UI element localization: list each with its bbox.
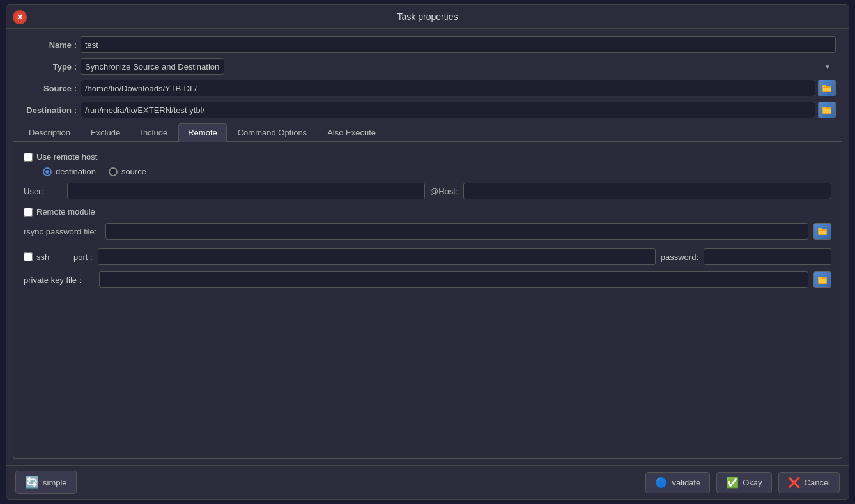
svg-rect-1 xyxy=(822,85,826,87)
svg-rect-10 xyxy=(818,277,822,279)
folder-icon-4 xyxy=(817,275,828,285)
footer-right: 🔵 validate ✅ Okay ❌ Cancel xyxy=(645,472,840,493)
validate-label: validate xyxy=(672,478,700,487)
user-label: User: xyxy=(24,187,62,196)
svg-rect-5 xyxy=(823,109,831,113)
destination-input-group xyxy=(81,102,836,118)
svg-rect-8 xyxy=(819,231,826,234)
close-button[interactable]: ✕ xyxy=(13,10,27,24)
use-remote-host-row[interactable]: Use remote host xyxy=(24,152,831,162)
source-radio[interactable] xyxy=(109,167,118,176)
host-at-label: @Host: xyxy=(430,187,458,196)
ssh-row: ssh port : password: xyxy=(24,248,831,265)
validate-icon: 🔵 xyxy=(655,477,668,489)
host-input[interactable] xyxy=(463,183,831,199)
type-select[interactable]: Synchronize Source and Destination xyxy=(81,58,224,75)
tab-command-options[interactable]: Command Options xyxy=(228,123,316,141)
simple-button[interactable]: 🔄 simple xyxy=(15,471,77,494)
svg-rect-2 xyxy=(823,88,831,91)
dialog-title: Task properties xyxy=(397,11,458,22)
footer-left: 🔄 simple xyxy=(15,471,77,494)
remote-module-checkbox-label[interactable]: Remote module xyxy=(24,207,95,217)
name-row: Name : xyxy=(19,36,836,53)
folder-icon-3 xyxy=(817,226,828,236)
destination-label: Destination : xyxy=(19,105,77,115)
cancel-button[interactable]: ❌ Cancel xyxy=(778,472,840,493)
tab-description[interactable]: Description xyxy=(19,123,80,141)
destination-browse-button[interactable] xyxy=(818,102,836,118)
destination-radio-text: destination xyxy=(56,167,96,176)
private-key-input[interactable] xyxy=(99,271,808,288)
footer: 🔄 simple 🔵 validate ✅ Okay ❌ Cancel xyxy=(6,465,849,499)
source-radio-label[interactable]: source xyxy=(109,167,146,176)
use-remote-host-checkbox[interactable] xyxy=(24,153,33,162)
use-remote-host-label: Use remote host xyxy=(36,152,97,162)
remote-module-row: Remote module xyxy=(24,207,831,217)
rsync-password-row: rsync password file: xyxy=(24,223,831,240)
destination-radio[interactable] xyxy=(43,167,52,176)
simple-label: simple xyxy=(43,478,67,487)
port-input[interactable] xyxy=(98,248,656,265)
tabs: Description Exclude Include Remote Comma… xyxy=(13,123,842,142)
name-label: Name : xyxy=(19,40,77,50)
cancel-label: Cancel xyxy=(805,478,830,487)
tab-include[interactable]: Include xyxy=(131,123,177,141)
private-key-label: private key file : xyxy=(24,275,94,285)
svg-rect-11 xyxy=(819,279,826,283)
source-row: Source : xyxy=(19,80,836,96)
remote-module-checkbox[interactable] xyxy=(24,208,33,217)
rsync-password-label: rsync password file: xyxy=(24,227,100,236)
cancel-icon: ❌ xyxy=(788,477,801,489)
ssh-checkbox[interactable] xyxy=(24,252,33,261)
tab-also-execute[interactable]: Also Execute xyxy=(318,123,385,141)
ssh-label: ssh xyxy=(36,252,49,262)
folder-icon xyxy=(822,83,832,93)
password-input[interactable] xyxy=(704,248,831,265)
rsync-password-browse-button[interactable] xyxy=(813,223,831,240)
source-input-group xyxy=(81,80,836,96)
svg-rect-4 xyxy=(822,107,826,109)
port-label: port : xyxy=(73,252,93,262)
type-select-wrapper: Synchronize Source and Destination xyxy=(81,58,836,75)
password-label: password: xyxy=(661,252,698,262)
type-label: Type : xyxy=(19,62,77,72)
okay-button[interactable]: ✅ Okay xyxy=(716,472,771,493)
source-browse-button[interactable] xyxy=(818,80,836,96)
user-input[interactable] xyxy=(67,183,425,199)
remote-module-label: Remote module xyxy=(36,207,95,217)
user-host-row: User: @Host: xyxy=(24,183,831,199)
destination-row: Destination : xyxy=(19,102,836,118)
remote-tab-content: Use remote host destination source User:… xyxy=(13,142,842,459)
destination-input[interactable] xyxy=(81,102,815,118)
rsync-password-input[interactable] xyxy=(105,223,808,240)
title-bar: ✕ Task properties xyxy=(6,5,849,29)
validate-button[interactable]: 🔵 validate xyxy=(645,472,710,493)
source-label: Source : xyxy=(19,84,77,93)
tab-exclude[interactable]: Exclude xyxy=(81,123,130,141)
source-radio-text: source xyxy=(121,167,146,176)
sync-icon: 🔄 xyxy=(25,475,39,489)
task-properties-dialog: ✕ Task properties Name : Type : Synchron… xyxy=(6,4,849,500)
ssh-checkbox-label[interactable]: ssh xyxy=(24,252,62,262)
form-area: Name : Type : Synchronize Source and Des… xyxy=(6,29,849,123)
okay-label: Okay xyxy=(743,478,762,487)
destination-radio-label[interactable]: destination xyxy=(43,167,96,176)
okay-icon: ✅ xyxy=(726,477,739,489)
remote-direction-group: destination source xyxy=(43,167,831,176)
source-input[interactable] xyxy=(81,80,815,96)
name-input[interactable] xyxy=(81,36,836,53)
type-row: Type : Synchronize Source and Destinatio… xyxy=(19,58,836,75)
svg-rect-7 xyxy=(818,228,822,230)
private-key-browse-button[interactable] xyxy=(813,271,831,288)
tab-remote[interactable]: Remote xyxy=(178,123,227,142)
private-key-row: private key file : xyxy=(24,271,831,288)
folder-icon-2 xyxy=(822,105,832,115)
